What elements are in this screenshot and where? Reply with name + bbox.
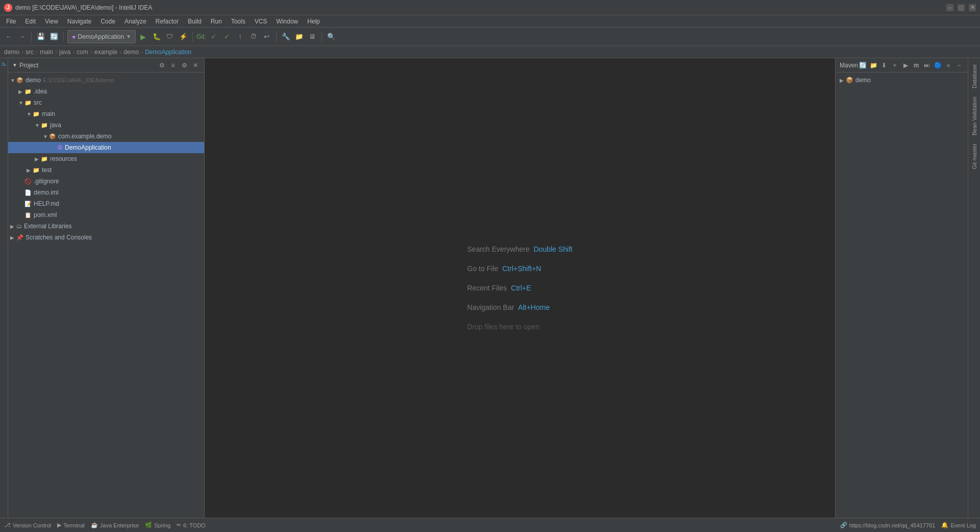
tree-item-help-md[interactable]: 📝 HELP.md: [8, 198, 204, 209]
tab-git-master[interactable]: Git master: [969, 139, 979, 174]
breadcrumb-com[interactable]: com: [77, 49, 88, 56]
run-config-selector[interactable]: ● DemoApplication ▼: [67, 30, 136, 43]
tree-item-pom[interactable]: 📋 pom.xml: [8, 209, 204, 221]
tree-label-gitignore: .gitignore: [34, 178, 59, 185]
maven-panel-header: Maven 🔄 📁 ⬇ + ▶ m ⏭ 🔵 » − ✕: [836, 58, 968, 72]
minimize-button[interactable]: −: [946, 4, 953, 11]
status-url[interactable]: 🔗 https://blog.csdn.net/qq_45417761: [840, 522, 936, 528]
status-event-log[interactable]: 🔔 Event Log: [941, 522, 976, 528]
title-bar-controls[interactable]: − □ ✕: [946, 4, 976, 11]
project-header-actions: ⚙ ≡ ⚙ ✕: [157, 61, 200, 70]
tab-database[interactable]: Database: [969, 60, 979, 92]
url-label: https://blog.csdn.net/qq_45417761: [849, 522, 936, 528]
tree-item-java[interactable]: ▼ 📁 java: [8, 119, 204, 131]
tree-item-main[interactable]: ▼ 📁 main: [8, 108, 204, 119]
git-push-button[interactable]: ✓: [222, 31, 233, 42]
menu-help[interactable]: Help: [303, 17, 324, 26]
breadcrumb-main[interactable]: main: [40, 49, 53, 56]
maven-folder-icon[interactable]: 📁: [869, 61, 878, 70]
maven-more-icon[interactable]: »: [944, 61, 953, 70]
tab-bean-validation[interactable]: Bean Validation: [969, 92, 979, 139]
screen-button[interactable]: 🖥: [307, 31, 318, 42]
status-spring[interactable]: 🌿 Spring: [145, 522, 170, 528]
menu-vcs[interactable]: VCS: [251, 17, 272, 26]
project-collapse-icon[interactable]: ≡: [168, 61, 178, 70]
breadcrumb-example[interactable]: example: [94, 49, 117, 56]
toolbar-back-button[interactable]: ←: [3, 31, 14, 42]
tree-item-demo-app[interactable]: ⚙ DemoApplication: [8, 142, 204, 153]
git-commit-button[interactable]: ⏱: [248, 31, 259, 42]
main-layout: P ▼ Project ⚙ ≡ ⚙ ✕ ▼ 📦 demo E:\CODE\JAV…: [0, 58, 980, 518]
git-update-button[interactable]: ↑: [235, 31, 246, 42]
maven-sync-icon[interactable]: 🔵: [933, 61, 942, 70]
maven-refresh-icon[interactable]: 🔄: [858, 61, 867, 70]
menu-bar: File Edit View Navigate Code Analyze Ref…: [0, 15, 980, 28]
menu-build[interactable]: Build: [184, 17, 206, 26]
tree-item-scratches[interactable]: ▶ 📌 Scratches and Consoles: [8, 232, 204, 243]
menu-refactor[interactable]: Refactor: [152, 17, 183, 26]
event-log-label: Event Log: [950, 522, 976, 528]
project-close-icon[interactable]: ✕: [191, 61, 200, 70]
drop-files-hint: Drop files here to open: [467, 323, 572, 331]
run-button[interactable]: ▶: [138, 31, 149, 42]
status-java-enterprise[interactable]: ☕ Java Enterprise: [91, 522, 139, 528]
tree-item-src[interactable]: ▼ 📁 src: [8, 97, 204, 108]
hint-nav-label: Navigation Bar: [467, 303, 514, 311]
tree-item-test[interactable]: ▶ 📁 test: [8, 164, 204, 176]
project-settings-icon[interactable]: ⚙: [180, 61, 189, 70]
toolbar-sep2: [63, 32, 64, 42]
status-terminal[interactable]: ▶ Terminal: [57, 522, 85, 528]
menu-edit[interactable]: Edit: [21, 17, 40, 26]
tree-item-iml[interactable]: 📄 demo.iml: [8, 187, 204, 198]
breadcrumb-src[interactable]: src: [26, 49, 34, 56]
run-config-label: DemoApplication: [78, 33, 124, 40]
title-bar: J demo [E:\CODE\JAVA\_IDEA\demo] - Intel…: [0, 0, 980, 15]
coverage-button[interactable]: 🛡: [164, 31, 176, 42]
maven-m-icon[interactable]: m: [912, 61, 921, 70]
project-sync-icon[interactable]: ⚙: [157, 61, 166, 70]
profile-button[interactable]: ⚡: [178, 31, 189, 42]
debug-button[interactable]: 🐛: [151, 31, 162, 42]
wrench-button[interactable]: 🔧: [280, 31, 291, 42]
breadcrumb-demo2[interactable]: demo: [124, 49, 139, 56]
maven-add-icon[interactable]: +: [890, 61, 899, 70]
maven-download-icon[interactable]: ⬇: [879, 61, 889, 70]
menu-navigate[interactable]: Navigate: [63, 17, 95, 26]
breadcrumb-java[interactable]: java: [59, 49, 70, 56]
menu-run[interactable]: Run: [207, 17, 226, 26]
menu-view[interactable]: View: [41, 17, 62, 26]
maven-run-icon[interactable]: ▶: [901, 61, 910, 70]
status-version-control[interactable]: ⎇ Version Control: [4, 522, 51, 528]
tree-item-demo-root[interactable]: ▼ 📦 demo E:\CODE\JAVA\_IDEA\demo: [8, 75, 204, 86]
project-panel: ▼ Project ⚙ ≡ ⚙ ✕ ▼ 📦 demo E:\CODE\JAVA\…: [8, 58, 205, 518]
maven-minimize-icon[interactable]: −: [954, 61, 964, 70]
menu-code[interactable]: Code: [96, 17, 119, 26]
tree-item-idea[interactable]: ▶ 📁 .idea: [8, 86, 204, 97]
breadcrumb-demo[interactable]: demo: [4, 49, 19, 56]
maximize-button[interactable]: □: [958, 4, 965, 11]
folder-button[interactable]: 📁: [293, 31, 305, 42]
menu-file[interactable]: File: [2, 17, 20, 26]
activity-project-icon[interactable]: P: [0, 60, 8, 68]
status-todo[interactable]: ✏ 6: TODO: [177, 522, 206, 528]
search-everywhere-button[interactable]: 🔍: [326, 31, 337, 42]
menu-window[interactable]: Window: [272, 17, 302, 26]
tree-item-package[interactable]: ▼ 📦 com.example.demo: [8, 131, 204, 142]
tree-label-test: test: [42, 166, 52, 174]
toolbar-sync-button[interactable]: 🔄: [48, 31, 60, 42]
url-icon: 🔗: [840, 522, 847, 528]
tree-item-ext-libs[interactable]: ▶ 🗂 External Libraries: [8, 221, 204, 232]
menu-tools[interactable]: Tools: [227, 17, 250, 26]
breadcrumb-class[interactable]: DemoApplication: [145, 49, 191, 56]
maven-skip-icon[interactable]: ⏭: [922, 61, 932, 70]
toolbar-save-button[interactable]: 💾: [35, 31, 46, 42]
git-undo-button[interactable]: ↩: [261, 31, 273, 42]
toolbar-forward-button[interactable]: →: [16, 31, 28, 42]
git-check-button[interactable]: ✓: [208, 31, 219, 42]
tree-item-gitignore[interactable]: 🚫 .gitignore: [8, 176, 204, 187]
menu-analyze[interactable]: Analyze: [120, 17, 151, 26]
todo-icon: ✏: [177, 522, 181, 528]
tree-item-resources[interactable]: ▶ 📁 resources: [8, 153, 204, 164]
maven-item-demo[interactable]: ▶ 📦 demo: [838, 75, 966, 86]
close-button[interactable]: ✕: [969, 4, 976, 11]
